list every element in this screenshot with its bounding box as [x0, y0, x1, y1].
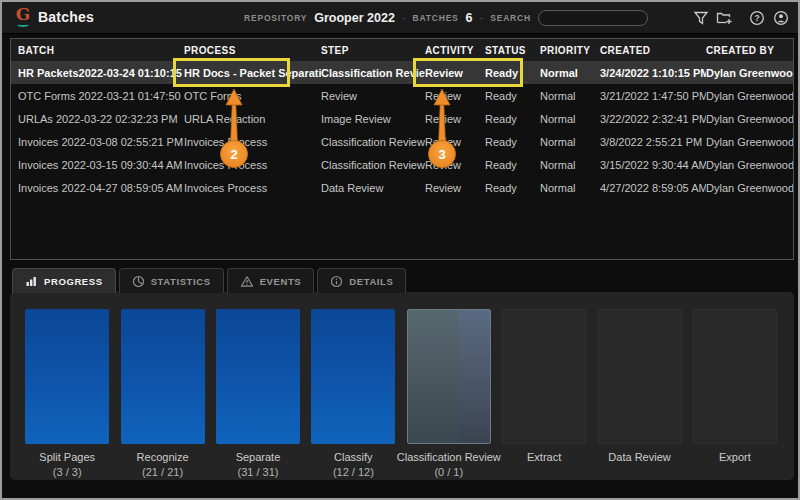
progress-card[interactable]: Export	[693, 309, 777, 479]
separator-dot: ·	[480, 12, 484, 24]
progress-card[interactable]: Separate(31 / 31)	[216, 309, 300, 479]
cell-batch: Invoices 2022-03-15 09:30:44 AM	[18, 159, 184, 171]
cell-status: Ready	[485, 182, 540, 194]
column-header[interactable]: CREATED BY	[706, 45, 793, 56]
column-header[interactable]: BATCH	[18, 45, 184, 56]
progress-step-name: Separate	[236, 451, 281, 463]
cell-created: 3/8/2022 2:55:21 PM	[600, 136, 706, 148]
progress-card-thumbnail	[311, 309, 395, 444]
cell-process: OTC Forms	[184, 90, 321, 102]
cell-created_by: Dylan Greenwood	[706, 113, 793, 125]
cell-status: Ready	[485, 136, 540, 148]
cell-step: Image Review	[321, 113, 425, 125]
tab-label: EVENTS	[260, 276, 302, 287]
progress-step-name: Split Pages	[39, 451, 95, 463]
pie-chart-icon	[132, 275, 145, 288]
cell-created: 3/24/2022 1:10:15 PM	[600, 67, 706, 79]
progress-card[interactable]: Recognize(21 / 21)	[120, 309, 204, 479]
table-header-row: BATCHPROCESSSTEPACTIVITYSTATUSPRIORITYCR…	[11, 39, 793, 61]
warning-icon	[240, 275, 254, 288]
grooper-logo-icon: G	[13, 4, 33, 30]
cell-priority: Normal	[540, 182, 600, 194]
user-icon[interactable]	[772, 10, 789, 27]
cell-created: 4/27/2022 8:59:05 AM	[600, 182, 706, 194]
column-header[interactable]: PRIORITY	[540, 45, 600, 56]
header-bar: G Batches REPOSITORY Grooper 2022 · BATC…	[2, 2, 798, 34]
tab-details[interactable]: DETAILS	[317, 268, 406, 293]
batches-label: BATCHES	[413, 13, 459, 23]
cell-status: Ready	[485, 159, 540, 171]
info-icon	[330, 275, 343, 288]
cell-process: Invoices Process	[184, 182, 321, 194]
progress-step-count: (12 / 12)	[333, 466, 374, 479]
table-row[interactable]: HR Packets2022-03-24 01:10:15 PMHR Docs …	[11, 61, 793, 84]
cell-activity: Review	[425, 182, 485, 194]
cell-batch: Invoices 2022-04-27 08:59:05 AM	[18, 182, 184, 194]
tab-label: PROGRESS	[44, 276, 103, 287]
cell-activity: Review	[425, 159, 485, 171]
cell-status: Ready	[485, 90, 540, 102]
column-header[interactable]: CREATED	[600, 45, 706, 56]
progress-card[interactable]: Split Pages(3 / 3)	[25, 309, 109, 479]
batches-table: BATCHPROCESSSTEPACTIVITYSTATUSPRIORITYCR…	[10, 38, 794, 260]
bar-chart-icon	[25, 275, 38, 288]
help-icon[interactable]: ?	[748, 10, 765, 27]
progress-step-name: Classify	[334, 451, 373, 463]
cell-status: Ready	[485, 113, 540, 125]
page-title: Batches	[38, 9, 94, 25]
progress-card-thumbnail	[216, 309, 300, 444]
add-folder-icon[interactable]	[716, 10, 733, 27]
progress-step-name: Classification Review	[397, 451, 501, 463]
cell-priority: Normal	[540, 159, 600, 171]
column-header[interactable]: ACTIVITY	[425, 45, 485, 56]
tab-label: STATISTICS	[151, 276, 211, 287]
header-actions: ?	[692, 2, 789, 34]
progress-step-name: Extract	[527, 451, 561, 463]
cell-activity: Review	[425, 113, 485, 125]
column-header[interactable]: PROCESS	[184, 45, 321, 56]
cell-step: Review	[321, 90, 425, 102]
progress-card[interactable]: Extract	[502, 309, 586, 479]
table-row[interactable]: Invoices 2022-03-08 02:55:21 PMInvoices …	[11, 130, 793, 153]
table-row[interactable]: Invoices 2022-04-27 08:59:05 AMInvoices …	[11, 176, 793, 199]
highlight-box-activity-status	[413, 58, 523, 87]
search-input[interactable]	[538, 10, 648, 26]
table-row[interactable]: URLAs 2022-03-22 02:32:23 PMURLA Redacti…	[11, 107, 793, 130]
filter-icon[interactable]	[692, 10, 709, 27]
repository-label: REPOSITORY	[244, 13, 307, 23]
progress-cards-row: Split Pages(3 / 3)Recognize(21 / 21)Sepa…	[25, 309, 777, 479]
column-header[interactable]: STEP	[321, 45, 425, 56]
table-row[interactable]: Invoices 2022-03-15 09:30:44 AMInvoices …	[11, 153, 793, 176]
cell-created: 3/21/2022 1:47:50 PM	[600, 90, 706, 102]
progress-card[interactable]: Data Review	[597, 309, 681, 479]
table-row[interactable]: OTC Forms 2022-03-21 01:47:50 PMOTC Form…	[11, 84, 793, 107]
cell-activity: Review	[425, 90, 485, 102]
progress-card-thumbnail	[407, 309, 491, 444]
repository-value: Grooper 2022	[314, 11, 395, 25]
tab-events[interactable]: EVENTS	[227, 268, 315, 293]
progress-card[interactable]: Classification Review(0 / 1)	[407, 309, 491, 479]
cell-created_by: Dylan Greenwood	[706, 90, 793, 102]
cell-priority: Normal	[540, 136, 600, 148]
cell-created_by: Dylan Greenwood	[706, 67, 793, 79]
tab-progress[interactable]: PROGRESS	[12, 268, 116, 293]
cell-batch: OTC Forms 2022-03-21 01:47:50 PM	[18, 90, 184, 102]
progress-step-count: (0 / 1)	[434, 466, 463, 479]
cell-process: Invoices Process	[184, 136, 321, 148]
highlight-box-process	[173, 58, 290, 87]
search-label: SEARCH	[490, 13, 531, 23]
cell-created: 3/22/2022 2:32:41 PM	[600, 113, 706, 125]
progress-card-thumbnail	[693, 309, 777, 444]
progress-step-count: (31 / 31)	[237, 466, 278, 479]
cell-step: Data Review	[321, 182, 425, 194]
cell-created: 3/15/2022 9:30:44 AM	[600, 159, 706, 171]
svg-text:?: ?	[754, 13, 759, 23]
table-body: HR Packets2022-03-24 01:10:15 PMHR Docs …	[11, 61, 793, 199]
column-header[interactable]: STATUS	[485, 45, 540, 56]
cell-process: URLA Redaction	[184, 113, 321, 125]
tab-statistics[interactable]: STATISTICS	[119, 268, 224, 293]
progress-card-thumbnail	[121, 309, 205, 444]
progress-card-thumbnail	[25, 309, 109, 444]
progress-card[interactable]: Classify(12 / 12)	[311, 309, 395, 479]
cell-priority: Normal	[540, 90, 600, 102]
